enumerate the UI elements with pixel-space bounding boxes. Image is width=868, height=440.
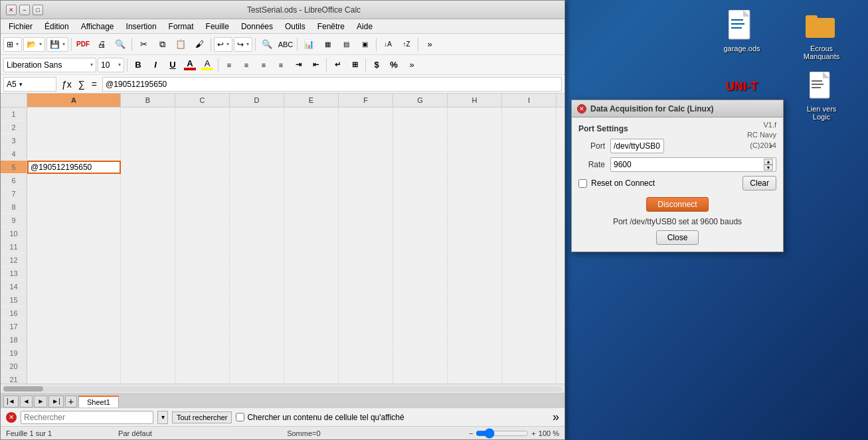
- cell-b11[interactable]: [121, 240, 175, 254]
- cell-c16[interactable]: [175, 307, 230, 320]
- underline-button[interactable]: U: [165, 57, 181, 73]
- cell-f18[interactable]: [339, 333, 393, 346]
- cell-i8[interactable]: [502, 200, 557, 214]
- cell-h3[interactable]: [448, 134, 502, 147]
- font-color-button[interactable]: A: [182, 57, 198, 73]
- cell-h15[interactable]: [448, 293, 502, 307]
- cell-a16[interactable]: [27, 307, 121, 320]
- cell-d8[interactable]: [230, 200, 284, 214]
- cell-g18[interactable]: [393, 333, 448, 346]
- cell-b3[interactable]: [121, 134, 175, 147]
- menu-fichier[interactable]: Fichier: [3, 21, 38, 33]
- cell-a20[interactable]: [27, 360, 121, 373]
- cell-d14[interactable]: [230, 280, 284, 293]
- cell-a15[interactable]: [27, 293, 121, 307]
- sheet-nav-first[interactable]: |◄: [3, 396, 19, 407]
- cell-h6[interactable]: [448, 174, 502, 187]
- window-minimize-button[interactable]: −: [19, 5, 30, 15]
- zoom-increase-icon[interactable]: +: [531, 429, 535, 437]
- cell-f1[interactable]: [339, 108, 393, 121]
- cell-i18[interactable]: [502, 333, 557, 346]
- col-header-c[interactable]: C: [175, 94, 230, 107]
- merge-button[interactable]: ⊞: [347, 57, 363, 73]
- cell-h1[interactable]: [448, 108, 502, 121]
- undo-dropdown[interactable]: ↩ ▾: [214, 37, 232, 52]
- new-dropdown[interactable]: ⊞ ▾: [3, 37, 22, 52]
- cell-e9[interactable]: [284, 214, 339, 227]
- cell-h4[interactable]: [448, 147, 502, 161]
- cell-c1[interactable]: [175, 108, 230, 121]
- cell-c14[interactable]: [175, 280, 230, 293]
- desktop-icon-lien[interactable]: Lien vers Logic: [795, 70, 848, 121]
- cell-c9[interactable]: [175, 214, 230, 227]
- col-header-h[interactable]: H: [448, 94, 502, 107]
- cell-e2[interactable]: [284, 121, 339, 134]
- copy-button[interactable]: ⧉: [153, 37, 171, 52]
- find-input[interactable]: [21, 411, 153, 424]
- formula-sum-icon[interactable]: ∑: [76, 78, 88, 91]
- cell-c12[interactable]: [175, 254, 230, 267]
- cell-g1[interactable]: [393, 108, 448, 121]
- cell-d21[interactable]: [230, 373, 284, 384]
- sheet-nav-next[interactable]: ►: [34, 396, 47, 407]
- cell-b7[interactable]: [121, 187, 175, 200]
- more-format-button[interactable]: »: [403, 57, 420, 73]
- italic-button[interactable]: I: [147, 57, 163, 73]
- bold-button[interactable]: B: [130, 57, 146, 73]
- cell-c11[interactable]: [175, 240, 230, 254]
- cell-e18[interactable]: [284, 333, 339, 346]
- cell-i20[interactable]: [502, 360, 557, 373]
- cell-c10[interactable]: [175, 227, 230, 240]
- menu-format[interactable]: Format: [163, 21, 199, 33]
- cell-d13[interactable]: [230, 267, 284, 280]
- cell-b8[interactable]: [121, 200, 175, 214]
- zoom-decrease-icon[interactable]: −: [469, 429, 473, 437]
- col-header-g[interactable]: G: [393, 94, 448, 107]
- rate-decrement-button[interactable]: ▼: [764, 165, 773, 171]
- cell-b4[interactable]: [121, 147, 175, 161]
- cell-g2[interactable]: [393, 121, 448, 134]
- find-all-button[interactable]: Tout rechercher: [172, 411, 232, 423]
- cell-b1[interactable]: [121, 108, 175, 121]
- col-header-b[interactable]: B: [121, 94, 175, 107]
- cell-e15[interactable]: [284, 293, 339, 307]
- cell-f7[interactable]: [339, 187, 393, 200]
- cell-a6[interactable]: [27, 174, 121, 187]
- sort-asc-button[interactable]: ↓A: [379, 37, 396, 52]
- more-toolbar-button[interactable]: »: [421, 37, 438, 52]
- col-header-d[interactable]: D: [230, 94, 284, 107]
- cell-d10[interactable]: [230, 227, 284, 240]
- cell-i16[interactable]: [502, 307, 557, 320]
- pdf-button[interactable]: PDF: [74, 37, 92, 52]
- cell-d1[interactable]: [230, 108, 284, 121]
- cell-h9[interactable]: [448, 214, 502, 227]
- cell-d18[interactable]: [230, 333, 284, 346]
- cell-f15[interactable]: [339, 293, 393, 307]
- menu-feuille[interactable]: Feuille: [201, 21, 234, 33]
- cell-c6[interactable]: [175, 174, 230, 187]
- cell-a18[interactable]: [27, 333, 121, 346]
- cell-c7[interactable]: [175, 187, 230, 200]
- cell-e4[interactable]: [284, 147, 339, 161]
- find-close-button[interactable]: ✕: [6, 412, 17, 423]
- cell-d11[interactable]: [230, 240, 284, 254]
- rate-increment-button[interactable]: ▲: [764, 159, 773, 165]
- cell-d5[interactable]: [230, 161, 284, 174]
- menu-insertion[interactable]: Insertion: [121, 21, 162, 33]
- cell-h14[interactable]: [448, 280, 502, 293]
- cell-b10[interactable]: [121, 227, 175, 240]
- clear-button[interactable]: Clear: [742, 176, 776, 190]
- cell-b9[interactable]: [121, 214, 175, 227]
- col-header-a[interactable]: A: [27, 94, 121, 107]
- sheet-nav-last[interactable]: ►|: [48, 396, 64, 407]
- cell-d19[interactable]: [230, 346, 284, 360]
- cell-e6[interactable]: [284, 174, 339, 187]
- menu-aide[interactable]: Aide: [351, 21, 378, 33]
- align-center-button[interactable]: ≡: [238, 57, 254, 73]
- cell-f17[interactable]: [339, 320, 393, 333]
- cell-i3[interactable]: [502, 134, 557, 147]
- col-header-i[interactable]: I: [502, 94, 557, 107]
- align-left-button[interactable]: ≡: [221, 57, 237, 73]
- cell-d9[interactable]: [230, 214, 284, 227]
- cell-i10[interactable]: [502, 227, 557, 240]
